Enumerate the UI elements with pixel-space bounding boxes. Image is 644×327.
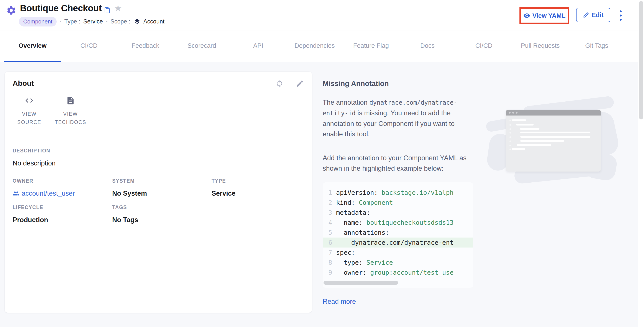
window-titlebar xyxy=(506,110,601,116)
field-lifecycle: LIFECYCLE Production xyxy=(12,205,48,224)
scope-label: Scope : xyxy=(110,18,130,25)
code-line: 7spec: xyxy=(323,247,473,257)
field-label: SYSTEM xyxy=(112,178,147,184)
about-quick-links: VIEW SOURCE VIEW TECHDOCS xyxy=(9,96,91,126)
kind-chip: Component xyxy=(19,17,57,27)
code-line: 8 type: Service xyxy=(323,257,473,267)
code-line: 2kind: Component xyxy=(323,198,473,208)
type-label: Type : xyxy=(64,18,80,25)
tab-overview[interactable]: Overview xyxy=(4,31,61,62)
field-system: SYSTEM No System xyxy=(112,178,147,197)
pencil-icon xyxy=(583,12,589,18)
view-yaml-button[interactable]: View YAML xyxy=(532,12,566,19)
code-line: 3metadata: xyxy=(323,208,473,218)
view-techdocs-button[interactable]: VIEW TECHDOCS xyxy=(50,96,91,126)
separator-dot xyxy=(60,21,61,22)
tab-api[interactable]: API xyxy=(230,31,286,62)
star-icon[interactable]: ★ xyxy=(114,4,122,13)
field-label: TYPE xyxy=(212,178,236,184)
page-scrollbar-thumb[interactable] xyxy=(639,1,643,119)
view-techdocs-label: VIEW TECHDOCS xyxy=(54,110,87,126)
view-source-label: VIEW SOURCE xyxy=(13,110,46,126)
pencil-icon[interactable] xyxy=(296,80,304,88)
annotation-instruction: Add the annotation to your Component YAM… xyxy=(323,153,473,174)
tab-scorecard[interactable]: Scorecard xyxy=(174,31,230,62)
yaml-code-block: 1apiVersion: backstage.io/v1alph 2kind: … xyxy=(323,182,473,288)
tab-feature-flag[interactable]: Feature Flag xyxy=(343,31,399,62)
page-scrollbar-track xyxy=(638,0,644,327)
type-value: Service xyxy=(83,18,103,25)
docs-icon xyxy=(66,96,75,105)
entity-header: Boutique Checkout ★ Component Type : Ser… xyxy=(0,0,638,31)
about-card: About VIEW SOURCE xyxy=(5,72,312,313)
edit-button-label: Edit xyxy=(592,12,604,19)
field-value: No System xyxy=(112,190,147,197)
tab-feedback[interactable]: Feedback xyxy=(117,31,174,62)
entity-meta: Component Type : Service Scope : Account xyxy=(19,17,164,27)
field-label: DESCRIPTION xyxy=(12,148,56,154)
sync-icon[interactable] xyxy=(275,80,284,88)
field-value: No Tags xyxy=(112,216,138,224)
field-tags: TAGS No Tags xyxy=(112,205,138,224)
tab-cicd[interactable]: CI/CD xyxy=(61,31,117,62)
tab-git-tags[interactable]: Git Tags xyxy=(568,31,625,62)
owner-link[interactable]: account/test_user xyxy=(12,190,75,197)
tab-docs[interactable]: Docs xyxy=(399,31,456,62)
field-type: TYPE Service xyxy=(212,178,236,197)
copy-icon[interactable] xyxy=(104,7,111,14)
tab-cicd-2[interactable]: CI/CD xyxy=(456,31,512,62)
mock-browser-window xyxy=(506,110,601,172)
missing-annotation-panel: Missing Annotation The annotation dynatr… xyxy=(323,80,473,305)
view-yaml-annotation-box: View YAML xyxy=(520,8,569,24)
panel-title: Missing Annotation xyxy=(323,80,473,88)
about-card-actions xyxy=(275,80,304,88)
field-value: Service xyxy=(212,190,236,197)
code-line: 9 owner: group:account/test_use xyxy=(323,267,473,277)
edit-button[interactable]: Edit xyxy=(576,8,610,22)
page-title: Boutique Checkout xyxy=(20,3,102,14)
code-line-highlighted: 6 dynatrace.com/dynatrace-ent xyxy=(323,237,473,247)
read-more-link[interactable]: Read more xyxy=(323,298,356,305)
field-label: TAGS xyxy=(112,205,138,210)
view-source-button[interactable]: VIEW SOURCE xyxy=(9,96,50,126)
people-icon xyxy=(12,190,20,197)
field-value: No description xyxy=(12,159,56,167)
entity-page: Boutique Checkout ★ Component Type : Ser… xyxy=(0,0,644,327)
separator-dot xyxy=(106,21,108,22)
tab-bar: Overview CI/CD Feedback Scorecard API De… xyxy=(0,31,638,62)
field-value: Production xyxy=(12,216,48,224)
code-window-illustration xyxy=(486,99,623,188)
message-pre: The annotation xyxy=(323,99,368,106)
content-area: About VIEW SOURCE xyxy=(0,62,638,327)
field-description: DESCRIPTION No description xyxy=(12,148,56,167)
layers-icon xyxy=(134,18,140,25)
field-label: LIFECYCLE xyxy=(12,205,48,210)
scope-value: Account xyxy=(144,18,165,25)
field-label: OWNER xyxy=(12,178,75,184)
owner-link-label: account/test_user xyxy=(22,190,75,197)
kebab-menu-icon[interactable] xyxy=(619,10,622,22)
code-horizontal-scrollbar[interactable] xyxy=(324,281,398,285)
about-card-title: About xyxy=(12,79,34,88)
gear-icon xyxy=(6,5,16,16)
code-line: 1apiVersion: backstage.io/v1alph xyxy=(323,188,473,198)
annotation-message: The annotation dynatrace.com/dynatrace-e… xyxy=(323,97,473,139)
code-line: 4 name: boutiquecheckoutsdsds13 xyxy=(323,218,473,228)
field-owner: OWNER account/test_user xyxy=(12,178,75,197)
eye-icon xyxy=(523,12,530,19)
tab-dependencies[interactable]: Dependencies xyxy=(286,31,343,62)
code-icon xyxy=(25,96,34,105)
code-line: 5 annotations: xyxy=(323,228,473,237)
tab-pull-requests[interactable]: Pull Requests xyxy=(512,31,568,62)
